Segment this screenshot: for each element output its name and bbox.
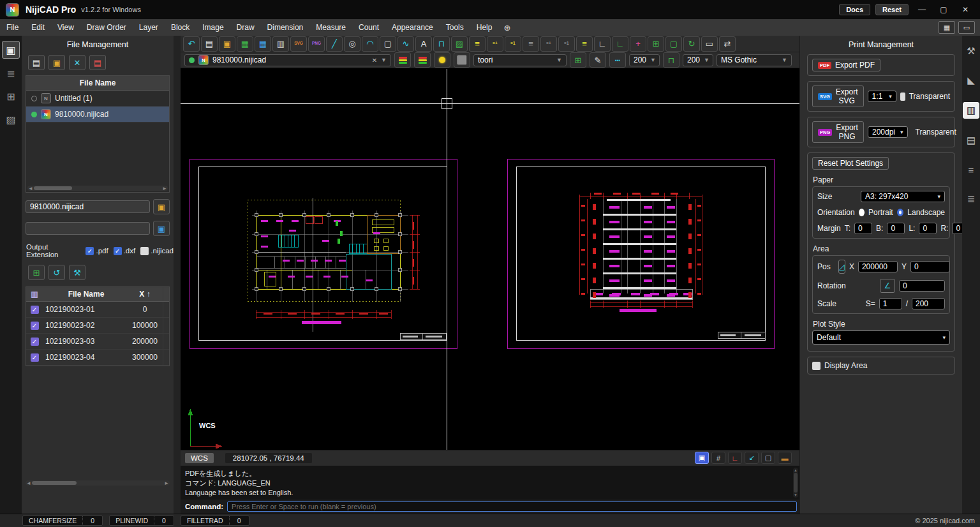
rail-blocks-icon[interactable]: ⊞	[3, 88, 19, 105]
circle-tool-icon[interactable]: ◎	[344, 36, 360, 52]
ucs-set-icon[interactable]: ∟	[612, 36, 628, 52]
selection-window-icon[interactable]: ▢	[761, 452, 775, 464]
menu-help[interactable]: Help	[470, 19, 499, 36]
rail-measure-icon[interactable]: ◣	[963, 73, 979, 88]
batch-name-header[interactable]: File Name	[43, 290, 127, 299]
batch-row-checkbox[interactable]: ✓	[31, 338, 39, 346]
undo-icon[interactable]: ↶	[183, 36, 200, 52]
pos-y-input[interactable]	[910, 261, 950, 272]
rail-print-icon[interactable]: ▥	[963, 102, 979, 119]
ext-option--pdf[interactable]: ✓.pdf	[85, 247, 108, 255]
layer-add-off-icon[interactable]: ≡+	[540, 36, 557, 52]
ext-checkbox--pdf[interactable]: ✓	[85, 247, 94, 255]
export-png-icon[interactable]: PNG	[308, 36, 325, 52]
margin-top-input[interactable]	[854, 223, 872, 234]
display-area-checkbox[interactable]	[812, 362, 820, 370]
grid-icon[interactable]: #	[711, 452, 725, 464]
selection-preview-icon[interactable]: ▣	[695, 452, 709, 464]
output-file-browse-icon[interactable]: ▣	[153, 199, 170, 214]
plot-style-select[interactable]: Default▾	[812, 330, 950, 345]
layer-manager-icon[interactable]	[394, 52, 411, 68]
rail-command-list-icon[interactable]: ≡	[963, 162, 979, 177]
menu-count[interactable]: Count	[352, 19, 385, 36]
layers-icon[interactable]: ≡	[469, 36, 486, 52]
svg-transparent-checkbox[interactable]	[900, 93, 905, 101]
margin-bottom-input[interactable]	[887, 223, 905, 234]
export-svg-icon[interactable]: SVG	[290, 36, 307, 52]
layers-off-icon[interactable]: ≡	[523, 36, 539, 52]
rectangle-tool-icon[interactable]: ▢	[380, 36, 396, 52]
close-doc-icon[interactable]: ✕	[69, 55, 85, 70]
font-select[interactable]: MS Gothic▼	[716, 54, 792, 66]
output-dir-browse-icon[interactable]: ▣	[153, 221, 170, 236]
toggle-canvas-icon[interactable]: ▭	[958, 21, 975, 34]
menu-dimension[interactable]: Dimension	[261, 19, 310, 36]
command-input[interactable]	[227, 501, 797, 512]
reset-button[interactable]: Reset	[875, 4, 909, 15]
menu-appearance[interactable]: Appearance	[385, 19, 440, 36]
batch-row[interactable]: ✓102190023-03200000	[26, 334, 169, 350]
pos-pick-icon[interactable]: ◿	[838, 260, 845, 274]
docs-button[interactable]: Docs	[839, 4, 870, 15]
layer-current-off-icon[interactable]: ≡1	[558, 36, 575, 52]
batch-x-header[interactable]: X ↑	[127, 290, 163, 299]
menu-draw[interactable]: Draw	[230, 19, 261, 36]
reset-plot-settings-button[interactable]: Reset Plot Settings	[812, 157, 889, 170]
rotation-pick-icon[interactable]: ∠	[880, 279, 895, 293]
swap-icon[interactable]: ⇄	[719, 36, 736, 52]
insert-image-icon[interactable]: ▨	[451, 36, 468, 52]
blocks-icon[interactable]: ⊞	[648, 36, 664, 52]
menu-view[interactable]: View	[51, 19, 80, 36]
menu-file[interactable]: File	[0, 19, 25, 36]
menu-image[interactable]: Image	[196, 19, 230, 36]
dimscale-select[interactable]: 200▼	[683, 54, 713, 66]
file-row[interactable]: N9810000.nijicad	[26, 107, 169, 122]
console-scrollbar[interactable]: ▲▼	[793, 468, 798, 498]
menu-layer[interactable]: Layer	[133, 19, 165, 36]
rail-command-alias-icon[interactable]: ≣	[963, 191, 979, 207]
output-dir-input[interactable]	[26, 222, 150, 235]
ext-option--nijicad[interactable]: .nijicad	[140, 247, 174, 255]
panel-splitter[interactable]	[174, 36, 181, 514]
rail-layers-icon[interactable]: ≣	[3, 65, 19, 82]
new-doc-icon[interactable]: ▤	[28, 55, 45, 70]
pos-x-input[interactable]	[858, 261, 898, 272]
document-combobox[interactable]: N 9810000.nijicad ✕ ▼	[184, 54, 391, 66]
viewport-icon[interactable]: ▭	[701, 36, 718, 52]
menu-block[interactable]: Block	[165, 19, 196, 36]
dimension-tool-icon[interactable]: ⊓	[433, 36, 450, 52]
open-doc-icon[interactable]: ▣	[48, 55, 65, 70]
move-tool-icon[interactable]: +	[630, 36, 646, 52]
restore-icon[interactable]: ▢	[935, 5, 952, 14]
new-file-icon[interactable]: ▤	[201, 36, 218, 52]
sysvar-filletrad[interactable]: FILLETRAD0	[181, 516, 249, 526]
batch-row-checkbox[interactable]: ✓	[31, 353, 39, 362]
export-svg-button[interactable]: SVG Export SVG	[812, 85, 864, 107]
doc-dropdown-caret-icon[interactable]: ▼	[381, 57, 387, 63]
add-frame-icon[interactable]: ⊞	[28, 265, 45, 280]
portrait-radio[interactable]	[859, 209, 865, 216]
remove-doc-icon[interactable]: ▤	[89, 55, 106, 70]
rail-files-icon[interactable]: ▣	[2, 41, 20, 59]
menu-tools[interactable]: Tools	[440, 19, 470, 36]
rotate-tool-icon[interactable]: ↻	[683, 36, 700, 52]
batch-row[interactable]: ✓102190023-010	[26, 302, 169, 318]
layer-combobox[interactable]: toori ▼	[473, 54, 567, 66]
sysvar-plinewid[interactable]: PLINEWID0	[109, 516, 174, 526]
block-tree-icon[interactable]: ⊞	[570, 52, 586, 68]
landscape-radio[interactable]	[897, 209, 904, 216]
export-pdf-button[interactable]: PDF Export PDF	[812, 59, 880, 71]
build-icon[interactable]: ⚒	[69, 265, 85, 280]
ltscale-select[interactable]: 200▼	[629, 54, 660, 66]
toggle-panels-icon[interactable]: ▦	[939, 21, 955, 34]
batch-row[interactable]: ✓102190023-04300000	[26, 350, 169, 366]
panel-hscrollbar[interactable]: ◄ ►	[26, 480, 170, 486]
wcs-button[interactable]: WCS	[185, 453, 214, 463]
layer-state-icon[interactable]	[414, 52, 431, 68]
batch-row[interactable]: ✓102190023-02100000	[26, 318, 169, 334]
file-list-hscrollbar[interactable]: ◄►	[27, 186, 168, 191]
polyline-tool-icon[interactable]: ∿	[397, 36, 414, 52]
output-name-input[interactable]	[26, 200, 150, 213]
sysvar-chamfersize[interactable]: CHAMFERSIZE0	[22, 516, 103, 526]
save-as-icon[interactable]: ▦	[255, 36, 271, 52]
